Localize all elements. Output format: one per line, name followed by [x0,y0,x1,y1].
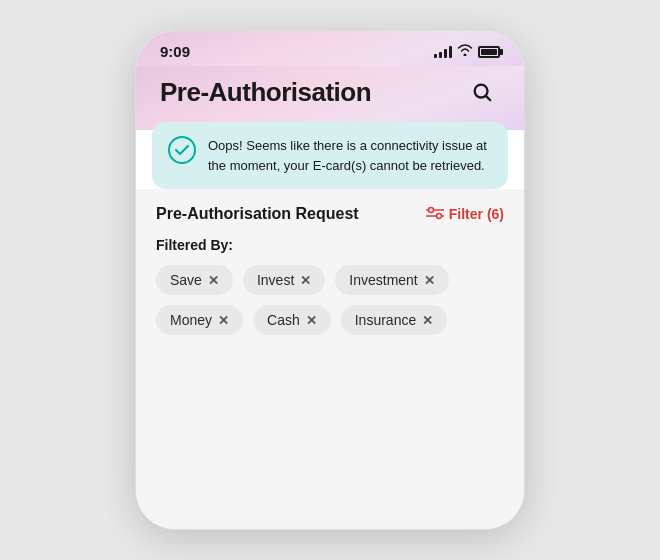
tag-money-close[interactable]: ✕ [218,314,229,327]
tag-investment[interactable]: Investment ✕ [335,265,448,295]
signal-icon [434,46,452,58]
banner-message: Oops! Seems like there is a connectivity… [208,136,492,175]
main-content: Pre-Authorisation Request Filter (6) Fil… [136,189,524,529]
tag-invest-close[interactable]: ✕ [300,274,311,287]
tag-investment-label: Investment [349,272,417,288]
filter-icon [426,206,444,223]
filter-button[interactable]: Filter (6) [426,206,504,223]
tag-cash-close[interactable]: ✕ [306,314,317,327]
status-bar: 9:09 [136,31,524,66]
battery-icon [478,46,500,58]
tags-container: Save ✕ Invest ✕ Investment ✕ Money ✕ Cas… [156,265,504,335]
tag-insurance-close[interactable]: ✕ [422,314,433,327]
tag-invest[interactable]: Invest ✕ [243,265,325,295]
page-title: Pre-Authorisation [160,77,371,108]
tag-save-close[interactable]: ✕ [208,274,219,287]
check-circle-icon [168,136,196,164]
tag-invest-label: Invest [257,272,294,288]
phone-frame: 9:09 Pre-Authorisation [135,30,525,530]
tag-insurance[interactable]: Insurance ✕ [341,305,447,335]
tag-insurance-label: Insurance [355,312,416,328]
tag-cash-label: Cash [267,312,300,328]
filter-label: Filter (6) [449,206,504,222]
filtered-by-label: Filtered By: [156,237,504,253]
status-time: 9:09 [160,43,190,60]
tag-save[interactable]: Save ✕ [156,265,233,295]
section-title: Pre-Authorisation Request [156,205,359,223]
svg-point-2 [169,137,195,163]
section-header: Pre-Authorisation Request Filter (6) [156,205,504,223]
svg-line-1 [486,96,490,100]
tag-save-label: Save [170,272,202,288]
tag-cash[interactable]: Cash ✕ [253,305,331,335]
notification-banner: Oops! Seems like there is a connectivity… [152,122,508,189]
status-icons [434,44,500,59]
tag-money-label: Money [170,312,212,328]
wifi-icon [457,44,473,59]
page-header: Pre-Authorisation [136,66,524,130]
tag-investment-close[interactable]: ✕ [424,274,435,287]
search-button[interactable] [464,74,500,110]
tag-money[interactable]: Money ✕ [156,305,243,335]
